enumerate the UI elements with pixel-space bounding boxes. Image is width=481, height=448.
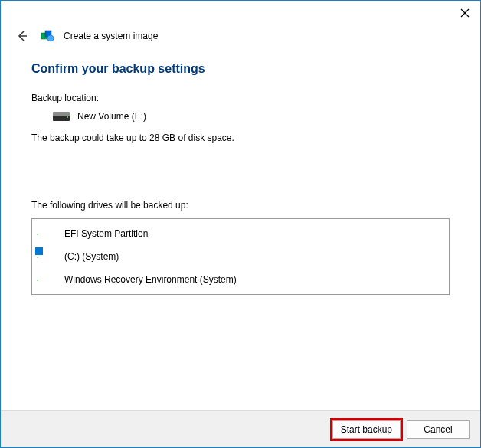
- drive-name: Windows Recovery Environment (System): [64, 274, 237, 285]
- back-button[interactable]: [13, 27, 31, 45]
- title-bar: [1, 1, 480, 25]
- backup-location-row: New Volume (E:): [53, 111, 450, 122]
- button-bar: Start backup Cancel: [1, 410, 480, 447]
- drive-list: EFI System Partition (C:) (System) Windo…: [31, 218, 450, 295]
- wizard-title: Create a system image: [64, 31, 158, 41]
- page-heading: Confirm your backup settings: [31, 62, 450, 76]
- close-button[interactable]: [457, 5, 473, 21]
- backup-location-value: New Volume (E:): [77, 111, 146, 122]
- svg-point-5: [47, 35, 54, 41]
- drives-label: The following drives will be backed up:: [31, 200, 450, 211]
- size-note: The backup could take up to 28 GB of dis…: [31, 132, 450, 143]
- drive-row: Windows Recovery Environment (System): [32, 268, 449, 291]
- drive-row: EFI System Partition: [32, 222, 449, 245]
- drive-row: (C:) (System): [32, 245, 449, 268]
- system-image-icon: [41, 29, 54, 43]
- drive-name: (C:) (System): [64, 251, 119, 262]
- backup-location-label: Backup location:: [31, 93, 450, 103]
- drive-icon: [40, 252, 57, 261]
- header-row: Create a system image: [1, 25, 480, 51]
- drive-icon: [40, 229, 57, 238]
- cancel-button[interactable]: Cancel: [407, 420, 470, 439]
- drive-icon: [40, 275, 57, 284]
- content-area: Confirm your backup settings Backup loca…: [1, 51, 480, 410]
- drive-name: EFI System Partition: [64, 228, 148, 239]
- drive-icon: [53, 112, 70, 121]
- wizard-window: Create a system image Confirm your backu…: [0, 0, 481, 448]
- start-backup-button[interactable]: Start backup: [332, 420, 401, 439]
